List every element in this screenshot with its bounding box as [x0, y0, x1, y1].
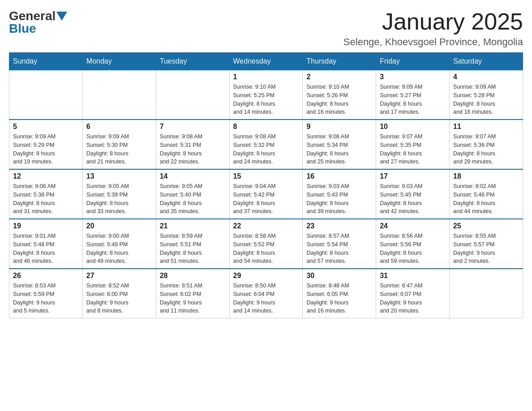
day-info: Sunrise: 9:06 AM Sunset: 5:38 PM Dayligh…	[13, 182, 79, 216]
calendar-cell	[450, 269, 523, 318]
calendar-header-row: SundayMondayTuesdayWednesdayThursdayFrid…	[9, 53, 523, 70]
day-info: Sunrise: 8:48 AM Sunset: 6:05 PM Dayligh…	[306, 282, 372, 315]
title-block: January 2025 Selenge, Khoevsgoel Provinc…	[343, 9, 523, 48]
day-number: 22	[233, 222, 299, 230]
day-number: 12	[13, 172, 79, 180]
day-number: 11	[453, 123, 519, 131]
calendar-cell: 4Sunrise: 9:09 AM Sunset: 5:28 PM Daylig…	[450, 70, 523, 120]
day-number: 19	[13, 222, 79, 230]
calendar-week-row: 1Sunrise: 9:10 AM Sunset: 5:25 PM Daylig…	[9, 70, 523, 120]
day-info: Sunrise: 9:04 AM Sunset: 5:42 PM Dayligh…	[233, 182, 299, 216]
month-title: January 2025	[343, 9, 523, 34]
day-info: Sunrise: 9:02 AM Sunset: 5:46 PM Dayligh…	[453, 182, 519, 216]
calendar-cell: 7Sunrise: 9:08 AM Sunset: 5:31 PM Daylig…	[156, 120, 229, 169]
calendar-cell: 18Sunrise: 9:02 AM Sunset: 5:46 PM Dayli…	[450, 169, 523, 219]
day-info: Sunrise: 9:03 AM Sunset: 5:43 PM Dayligh…	[306, 182, 372, 216]
day-number: 5	[13, 123, 79, 131]
day-number: 24	[380, 222, 446, 230]
calendar-cell: 31Sunrise: 8:47 AM Sunset: 6:07 PM Dayli…	[376, 269, 450, 318]
calendar-cell: 23Sunrise: 8:57 AM Sunset: 5:54 PM Dayli…	[303, 219, 376, 269]
day-number: 17	[380, 172, 446, 180]
day-info: Sunrise: 9:08 AM Sunset: 5:34 PM Dayligh…	[306, 133, 372, 166]
day-info: Sunrise: 8:55 AM Sunset: 5:57 PM Dayligh…	[453, 232, 519, 265]
day-info: Sunrise: 9:07 AM Sunset: 5:35 PM Dayligh…	[380, 133, 446, 166]
weekday-header-wednesday: Wednesday	[229, 53, 303, 70]
day-number: 28	[160, 272, 226, 280]
calendar-cell	[156, 70, 229, 120]
day-number: 16	[306, 172, 372, 180]
day-info: Sunrise: 8:47 AM Sunset: 6:07 PM Dayligh…	[380, 282, 446, 315]
day-info: Sunrise: 8:53 AM Sunset: 5:59 PM Dayligh…	[13, 282, 79, 315]
weekday-header-friday: Friday	[376, 53, 450, 70]
day-info: Sunrise: 8:59 AM Sunset: 5:51 PM Dayligh…	[160, 232, 226, 265]
calendar-cell: 11Sunrise: 9:07 AM Sunset: 5:36 PM Dayli…	[450, 120, 523, 169]
day-info: Sunrise: 9:10 AM Sunset: 5:25 PM Dayligh…	[233, 83, 299, 116]
day-number: 6	[86, 123, 152, 131]
calendar-cell: 17Sunrise: 9:03 AM Sunset: 5:45 PM Dayli…	[376, 169, 450, 219]
logo-blue-text: Blue	[9, 21, 36, 36]
calendar-cell: 20Sunrise: 9:00 AM Sunset: 5:49 PM Dayli…	[82, 219, 156, 269]
calendar-cell: 24Sunrise: 8:56 AM Sunset: 5:56 PM Dayli…	[376, 219, 450, 269]
calendar-cell	[9, 70, 83, 120]
day-info: Sunrise: 8:52 AM Sunset: 6:00 PM Dayligh…	[86, 282, 152, 315]
day-number: 21	[160, 222, 226, 230]
weekday-header-sunday: Sunday	[9, 53, 83, 70]
calendar-cell: 16Sunrise: 9:03 AM Sunset: 5:43 PM Dayli…	[303, 169, 376, 219]
calendar-cell: 2Sunrise: 9:10 AM Sunset: 5:26 PM Daylig…	[303, 70, 376, 120]
day-number: 7	[160, 123, 226, 131]
day-number: 30	[306, 272, 372, 280]
day-number: 18	[453, 172, 519, 180]
day-info: Sunrise: 8:58 AM Sunset: 5:52 PM Dayligh…	[233, 232, 299, 265]
day-number: 25	[453, 222, 519, 230]
day-number: 8	[233, 123, 299, 131]
calendar-week-row: 12Sunrise: 9:06 AM Sunset: 5:38 PM Dayli…	[9, 169, 523, 219]
day-number: 1	[233, 73, 299, 81]
day-number: 29	[233, 272, 299, 280]
calendar-week-row: 26Sunrise: 8:53 AM Sunset: 5:59 PM Dayli…	[9, 269, 523, 318]
day-info: Sunrise: 9:01 AM Sunset: 5:48 PM Dayligh…	[13, 232, 79, 265]
calendar-cell: 27Sunrise: 8:52 AM Sunset: 6:00 PM Dayli…	[82, 269, 156, 318]
day-info: Sunrise: 9:09 AM Sunset: 5:27 PM Dayligh…	[380, 83, 446, 116]
calendar-cell: 26Sunrise: 8:53 AM Sunset: 5:59 PM Dayli…	[9, 269, 83, 318]
calendar-week-row: 19Sunrise: 9:01 AM Sunset: 5:48 PM Dayli…	[9, 219, 523, 269]
day-info: Sunrise: 8:50 AM Sunset: 6:04 PM Dayligh…	[233, 282, 299, 315]
calendar-cell: 9Sunrise: 9:08 AM Sunset: 5:34 PM Daylig…	[303, 120, 376, 169]
calendar-cell: 29Sunrise: 8:50 AM Sunset: 6:04 PM Dayli…	[229, 269, 303, 318]
day-info: Sunrise: 8:56 AM Sunset: 5:56 PM Dayligh…	[380, 232, 446, 265]
calendar-cell: 10Sunrise: 9:07 AM Sunset: 5:35 PM Dayli…	[376, 120, 450, 169]
calendar-cell: 14Sunrise: 9:05 AM Sunset: 5:40 PM Dayli…	[156, 169, 229, 219]
calendar-cell: 30Sunrise: 8:48 AM Sunset: 6:05 PM Dayli…	[303, 269, 376, 318]
calendar-cell: 1Sunrise: 9:10 AM Sunset: 5:25 PM Daylig…	[229, 70, 303, 120]
calendar-cell: 25Sunrise: 8:55 AM Sunset: 5:57 PM Dayli…	[450, 219, 523, 269]
day-number: 31	[380, 272, 446, 280]
day-info: Sunrise: 9:07 AM Sunset: 5:36 PM Dayligh…	[453, 133, 519, 166]
day-info: Sunrise: 8:57 AM Sunset: 5:54 PM Dayligh…	[306, 232, 372, 265]
weekday-header-thursday: Thursday	[303, 53, 376, 70]
day-number: 13	[86, 172, 152, 180]
day-info: Sunrise: 9:10 AM Sunset: 5:26 PM Dayligh…	[306, 83, 372, 116]
calendar-cell: 6Sunrise: 9:09 AM Sunset: 5:30 PM Daylig…	[82, 120, 156, 169]
calendar-table: SundayMondayTuesdayWednesdayThursdayFrid…	[9, 52, 523, 318]
page-header: General Blue January 2025 Selenge, Khoev…	[9, 9, 523, 48]
day-number: 3	[380, 73, 446, 81]
calendar-cell: 3Sunrise: 9:09 AM Sunset: 5:27 PM Daylig…	[376, 70, 450, 120]
day-number: 26	[13, 272, 79, 280]
day-info: Sunrise: 9:00 AM Sunset: 5:49 PM Dayligh…	[86, 232, 152, 265]
location-title: Selenge, Khoevsgoel Province, Mongolia	[343, 36, 523, 48]
calendar-cell	[82, 70, 156, 120]
calendar-cell: 13Sunrise: 9:05 AM Sunset: 5:39 PM Dayli…	[82, 169, 156, 219]
day-info: Sunrise: 9:08 AM Sunset: 5:31 PM Dayligh…	[160, 133, 226, 166]
day-number: 14	[160, 172, 226, 180]
weekday-header-monday: Monday	[82, 53, 156, 70]
day-number: 20	[86, 222, 152, 230]
day-number: 15	[233, 172, 299, 180]
day-info: Sunrise: 9:08 AM Sunset: 5:32 PM Dayligh…	[233, 133, 299, 166]
weekday-header-tuesday: Tuesday	[156, 53, 229, 70]
calendar-cell: 28Sunrise: 8:51 AM Sunset: 6:02 PM Dayli…	[156, 269, 229, 318]
day-info: Sunrise: 9:09 AM Sunset: 5:28 PM Dayligh…	[453, 83, 519, 116]
calendar-cell: 22Sunrise: 8:58 AM Sunset: 5:52 PM Dayli…	[229, 219, 303, 269]
day-number: 9	[306, 123, 372, 131]
day-number: 27	[86, 272, 152, 280]
calendar-week-row: 5Sunrise: 9:09 AM Sunset: 5:29 PM Daylig…	[9, 120, 523, 169]
calendar-cell: 12Sunrise: 9:06 AM Sunset: 5:38 PM Dayli…	[9, 169, 83, 219]
